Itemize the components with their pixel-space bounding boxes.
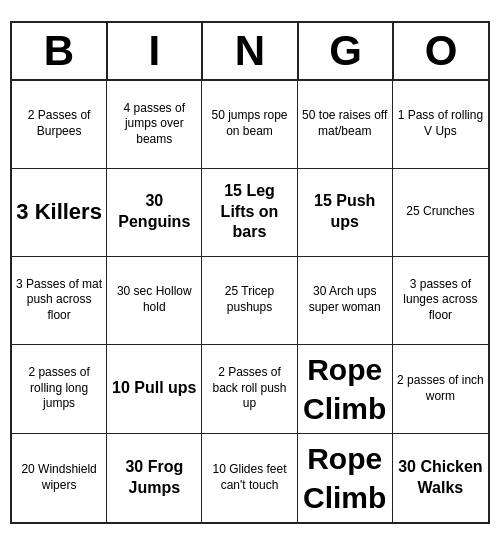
bingo-cell: 15 Leg Lifts on bars — [202, 169, 297, 257]
cell-text: 25 Tricep pushups — [206, 284, 292, 315]
bingo-cell: 15 Push ups — [298, 169, 393, 257]
cell-text: 30 Chicken Walks — [397, 457, 484, 499]
cell-text: 1 Pass of rolling V Ups — [397, 108, 484, 139]
cell-text: 2 Passes of back roll push up — [206, 365, 292, 412]
bingo-cell: 2 passes of rolling long jumps — [12, 345, 107, 434]
bingo-cell: 4 passes of jumps over beams — [107, 81, 202, 169]
cell-text: 3 passes of lunges across floor — [397, 277, 484, 324]
bingo-cell: 30 sec Hollow hold — [107, 257, 202, 345]
cell-text: 2 passes of inch worm — [397, 373, 484, 404]
bingo-cell: 50 jumps rope on beam — [202, 81, 297, 169]
cell-text: Rope Climb — [302, 439, 388, 517]
bingo-cell: 1 Pass of rolling V Ups — [393, 81, 488, 169]
header-letter: O — [394, 23, 488, 79]
bingo-cell: 30 Penguins — [107, 169, 202, 257]
header-letter: I — [108, 23, 204, 79]
cell-text: 2 Passes of Burpees — [16, 108, 102, 139]
cell-text: 30 sec Hollow hold — [111, 284, 197, 315]
bingo-cell: 3 passes of lunges across floor — [393, 257, 488, 345]
cell-text: 10 Glides feet can't touch — [206, 462, 292, 493]
bingo-cell: Rope Climb — [298, 345, 393, 434]
bingo-cell: 20 Windshield wipers — [12, 434, 107, 522]
cell-text: 30 Arch ups super woman — [302, 284, 388, 315]
bingo-cell: 3 Killers — [12, 169, 107, 257]
cell-text: 50 jumps rope on beam — [206, 108, 292, 139]
bingo-header: BINGO — [12, 23, 488, 81]
bingo-cell: 25 Crunches — [393, 169, 488, 257]
bingo-cell: 30 Frog Jumps — [107, 434, 202, 522]
cell-text: 30 Penguins — [111, 191, 197, 233]
cell-text: 10 Pull ups — [112, 378, 196, 399]
cell-text: 15 Push ups — [302, 191, 388, 233]
cell-text: 20 Windshield wipers — [16, 462, 102, 493]
header-letter: B — [12, 23, 108, 79]
bingo-cell: 2 Passes of back roll push up — [202, 345, 297, 434]
cell-text: 3 Passes of mat push across floor — [16, 277, 102, 324]
cell-text: 2 passes of rolling long jumps — [16, 365, 102, 412]
cell-text: 25 Crunches — [406, 204, 474, 220]
cell-text: 15 Leg Lifts on bars — [206, 181, 292, 243]
cell-text: 30 Frog Jumps — [111, 457, 197, 499]
cell-text: 4 passes of jumps over beams — [111, 101, 197, 148]
header-letter: N — [203, 23, 299, 79]
bingo-cell: 10 Pull ups — [107, 345, 202, 434]
bingo-cell: 3 Passes of mat push across floor — [12, 257, 107, 345]
bingo-cell: 50 toe raises off mat/beam — [298, 81, 393, 169]
bingo-card: BINGO 2 Passes of Burpees4 passes of jum… — [10, 21, 490, 524]
bingo-cell: 30 Chicken Walks — [393, 434, 488, 522]
bingo-cell: 2 passes of inch worm — [393, 345, 488, 434]
cell-text: 3 Killers — [16, 198, 102, 227]
bingo-cell: 10 Glides feet can't touch — [202, 434, 297, 522]
bingo-cell: 30 Arch ups super woman — [298, 257, 393, 345]
header-letter: G — [299, 23, 395, 79]
cell-text: 50 toe raises off mat/beam — [302, 108, 388, 139]
cell-text: Rope Climb — [302, 350, 388, 428]
bingo-cell: 25 Tricep pushups — [202, 257, 297, 345]
bingo-cell: 2 Passes of Burpees — [12, 81, 107, 169]
bingo-cell: Rope Climb — [298, 434, 393, 522]
bingo-grid: 2 Passes of Burpees4 passes of jumps ove… — [12, 81, 488, 522]
